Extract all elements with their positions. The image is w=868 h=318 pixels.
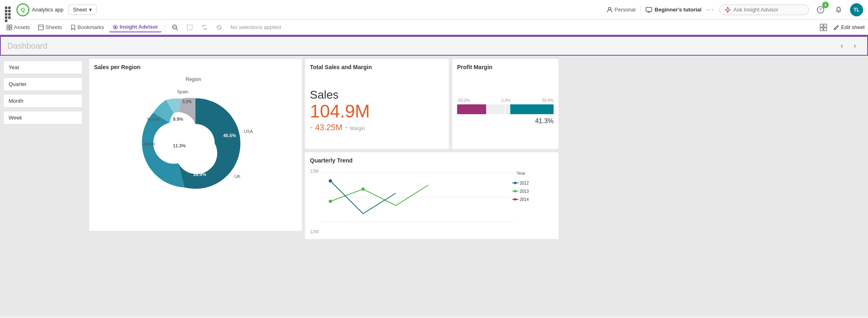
- profit-scale-right: 50.0%: [542, 98, 554, 103]
- svg-text:26.9%: 26.9%: [193, 172, 206, 177]
- grid-view-icon: [820, 24, 827, 31]
- svg-point-41: [514, 182, 516, 184]
- sales-label: Sales: [310, 88, 444, 101]
- notifications-button[interactable]: [832, 3, 845, 16]
- quarterly-trend-svg: Year 2012 2013 2014: [322, 169, 539, 226]
- svg-point-0: [608, 7, 611, 10]
- sheet-dropdown[interactable]: Sheet ▾: [68, 5, 96, 15]
- svg-text:11.3%: 11.3%: [173, 143, 186, 148]
- breadcrumb-nav: ‹ ›: [836, 40, 861, 52]
- profit-bar: [457, 104, 554, 114]
- svg-rect-19: [820, 28, 823, 31]
- action-btn2[interactable]: [213, 23, 226, 32]
- svg-text:USA: USA: [244, 129, 253, 134]
- next-page-button[interactable]: ›: [849, 40, 861, 52]
- sheets-button[interactable]: Sheets: [35, 23, 65, 32]
- insight-advisor-button[interactable]: Insight Advisor: [109, 22, 161, 32]
- svg-rect-5: [10, 25, 12, 27]
- charts-area: Sales per Region Region: [86, 56, 868, 316]
- insight-advisor-icon: [112, 24, 118, 30]
- bell-icon: [835, 7, 842, 13]
- sparkle-icon: [724, 7, 731, 13]
- select-icon: [186, 24, 193, 31]
- svg-text:3.2%: 3.2%: [182, 99, 192, 104]
- quarterly-trend-chart: 13M 12M: [310, 169, 554, 234]
- svg-text:UK: UK: [234, 174, 241, 179]
- svg-rect-17: [820, 24, 823, 27]
- grid-view-button[interactable]: [816, 22, 830, 33]
- profit-bar-center-line: [505, 104, 506, 114]
- tutorial-text: Beginner's tutorial: [655, 7, 701, 13]
- zoom-button[interactable]: [168, 23, 182, 32]
- tutorial-label: Beginner's tutorial: [646, 7, 701, 13]
- bookmarks-label: Bookmarks: [78, 24, 104, 30]
- nav-divider: [640, 6, 641, 14]
- quarterly-trend-card: Quarterly Trend 13M 12M: [305, 152, 558, 239]
- sheets-icon: [38, 25, 44, 30]
- svg-rect-20: [824, 28, 827, 31]
- qlik-logo: Q Analytics app: [16, 3, 63, 16]
- profit-margin-card: Profit Margin -50.0% 0.0% 50.0% 41.3%: [452, 59, 558, 149]
- svg-line-16: [218, 26, 220, 29]
- qlik-circle: Q: [16, 3, 29, 16]
- top-nav: Q Analytics app Sheet ▾ Personal Beginne…: [0, 0, 868, 20]
- donut-chart: Region: [114, 74, 277, 205]
- sales-region-title: Sales per Region: [94, 64, 297, 70]
- svg-text:2014: 2014: [520, 197, 529, 202]
- filter-week[interactable]: Week: [3, 111, 83, 124]
- select-button[interactable]: [183, 23, 196, 32]
- more-options-button[interactable]: ···: [707, 6, 714, 14]
- sheets-label: Sheets: [45, 24, 62, 30]
- rotate-icon: [201, 24, 208, 31]
- help-button[interactable]: ? 3: [814, 3, 827, 16]
- sheet-dropdown-label: Sheet: [73, 7, 87, 13]
- edit-sheet-button[interactable]: Edit sheet: [834, 24, 865, 30]
- sales-per-region-card: Sales per Region Region: [89, 59, 302, 231]
- bookmark-icon: [70, 25, 76, 30]
- personal-indicator: Personal: [606, 7, 635, 13]
- profit-percentage: 41.3%: [457, 117, 554, 125]
- svg-text:2013: 2013: [520, 189, 529, 194]
- filter-month[interactable]: Month: [3, 94, 83, 108]
- profit-margin-chart: -50.0% 0.0% 50.0% 41.3%: [457, 98, 554, 125]
- total-sales-title: Total Sales and Margin: [310, 64, 444, 70]
- zoom-icon: [172, 24, 178, 31]
- svg-rect-6: [7, 28, 9, 30]
- insight-advisor-input[interactable]: [719, 5, 809, 15]
- svg-point-44: [514, 190, 516, 192]
- monitor-icon: [646, 7, 652, 13]
- clear-icon: [216, 24, 222, 31]
- filter-quarter[interactable]: Quarter: [3, 77, 83, 91]
- filter-year[interactable]: Year: [3, 61, 83, 74]
- svg-text:9.9%: 9.9%: [173, 117, 183, 122]
- svg-rect-8: [38, 25, 43, 30]
- svg-point-47: [514, 198, 516, 201]
- top-right-row: Total Sales and Margin Sales 104.9M - 43…: [305, 59, 558, 149]
- assets-icon: [7, 25, 12, 30]
- profit-bar-negative: [457, 104, 486, 114]
- y-top-label: 13M: [310, 169, 318, 174]
- selections-label: No selections applied: [231, 24, 281, 30]
- prev-page-button[interactable]: ‹: [836, 40, 848, 52]
- margin-label: Margin: [350, 126, 365, 131]
- assets-label: Assets: [14, 24, 30, 30]
- sidebar: Year Quarter Month Week: [0, 56, 86, 316]
- edit-sheet-label: Edit sheet: [841, 24, 865, 30]
- insight-advisor-search[interactable]: [733, 7, 799, 13]
- sales-value: 104.9M: [310, 101, 444, 121]
- action-btn1[interactable]: [198, 23, 211, 32]
- sales-data: Sales 104.9M - 43.25M - Margin: [310, 80, 444, 132]
- bookmarks-button[interactable]: Bookmarks: [67, 23, 108, 32]
- profit-scale-center: 0.0%: [501, 98, 511, 103]
- svg-text:2012: 2012: [520, 181, 529, 185]
- profit-scale-left: -50.0%: [457, 98, 470, 103]
- margin-row: - 43.25M - Margin: [310, 123, 444, 132]
- svg-rect-18: [824, 24, 827, 27]
- profit-bar-labels: -50.0% 0.0% 50.0%: [457, 98, 554, 103]
- user-avatar[interactable]: TL: [850, 3, 863, 16]
- margin-value: 43.25M: [315, 123, 343, 132]
- toolbar: Assets Sheets Bookmarks Insight Advisor …: [0, 20, 868, 36]
- svg-rect-1: [646, 7, 652, 11]
- grid-icon[interactable]: [5, 7, 11, 13]
- assets-button[interactable]: Assets: [3, 23, 33, 32]
